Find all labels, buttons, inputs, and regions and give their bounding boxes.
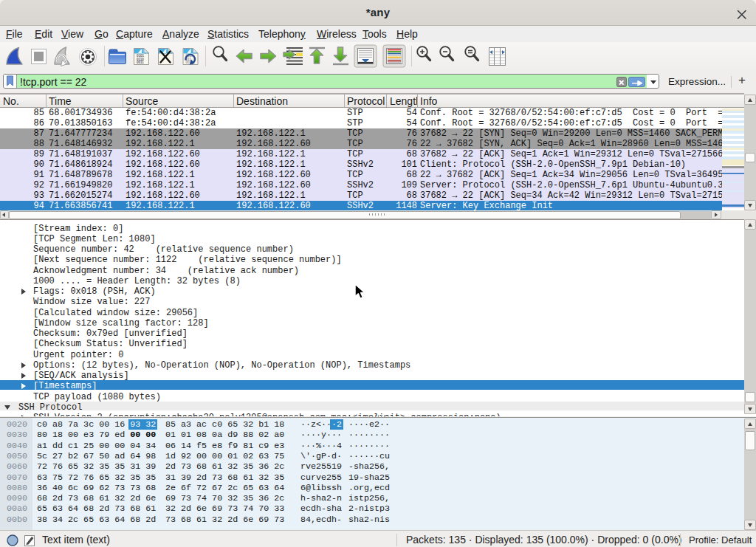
svg-text:0011: 0011 (137, 61, 144, 64)
